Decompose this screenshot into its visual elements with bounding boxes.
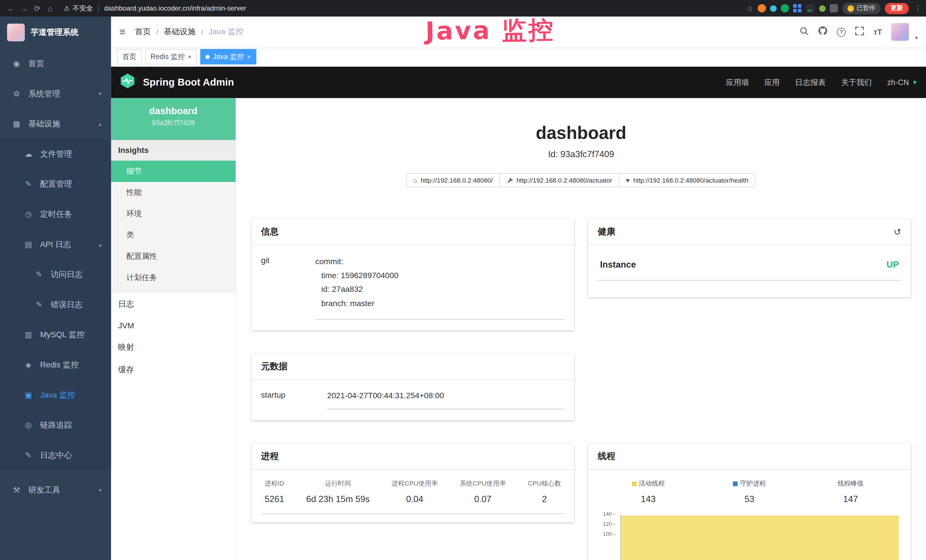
user-avatar[interactable] (891, 23, 909, 41)
process-table: 进程ID 5261 运行时间 6d 23h 15m 59s 进程CPU使用率 (261, 479, 564, 514)
sba-nav-journal[interactable]: 日志报表 (795, 77, 826, 88)
home-icon: ⌂ (413, 177, 417, 184)
hamburger-icon[interactable]: ≡ (119, 26, 126, 38)
sidebar-item-config-manage[interactable]: ✎ 配置管理 (0, 169, 111, 199)
gear-icon: ⚙ (12, 89, 21, 98)
sba-sidebar: dashboard 93a3fc7f7409 Insights 细节 性能 环境… (111, 98, 236, 560)
tab-java-monitor[interactable]: Java 监控 × (200, 49, 256, 65)
back-icon[interactable]: ← (5, 4, 18, 12)
app-logo[interactable]: 芋道管理系统 (0, 17, 111, 48)
breadcrumb-infra[interactable]: 基础设施 (164, 27, 196, 37)
wrench-icon (507, 177, 513, 183)
extension-icon[interactable] (770, 5, 776, 12)
health-instance-row[interactable]: Instance UP (598, 257, 901, 281)
browser-home-icon[interactable]: ⌂ (44, 4, 57, 12)
font-size-icon[interactable]: ᴛT (873, 27, 882, 36)
breadcrumb: 首页 / 基础设施 / Java 监控 (135, 27, 244, 37)
sba-brand[interactable]: Spring Boot Admin (119, 73, 234, 92)
paused-label: 已暂停 (857, 4, 875, 12)
reload-icon[interactable]: ⟳ (31, 4, 44, 12)
app-title: 芋道管理系统 (31, 27, 79, 38)
sba-item-details[interactable]: 细节 (111, 160, 236, 182)
sidebar-item-access-log[interactable]: ✎ 访问日志 (0, 259, 111, 289)
bookmark-star-icon[interactable]: ☆ (746, 4, 753, 12)
sba-nav-wallboard[interactable]: 应用墙 (726, 77, 749, 88)
sba-item-jvm[interactable]: JVM (111, 316, 236, 336)
instance-header[interactable]: dashboard 93a3fc7f7409 (111, 98, 236, 140)
heart-icon: ♥ (626, 177, 630, 184)
navbar-actions: ? ᴛT ▾ (800, 23, 918, 41)
sba-logo-icon (119, 73, 136, 92)
sidebar-item-file-manage[interactable]: ☁ 文件管理 (0, 139, 111, 169)
sidebar-item-scheduled-job[interactable]: ◷ 定时任务 (0, 199, 111, 229)
extension-icon[interactable] (781, 4, 789, 12)
chrome-update-button[interactable]: 更新 (885, 3, 909, 14)
sba-nav: 应用墙 应用 日志报表 关于我们 zh-CN ▼ (726, 77, 918, 88)
close-icon[interactable]: × (188, 53, 192, 60)
help-icon[interactable]: ? (837, 27, 846, 36)
breadcrumb-home[interactable]: 首页 (135, 27, 151, 37)
fullscreen-icon[interactable] (855, 26, 864, 37)
sidebar-item-home[interactable]: ◉ 首页 (0, 48, 111, 79)
github-icon[interactable] (818, 26, 827, 38)
service-url-link[interactable]: ⌂ http://192.168.0.2:48080/ (406, 173, 500, 188)
sidebar-item-api-log[interactable]: ▤ API 日志 ▴ (0, 229, 111, 259)
actuator-url-link[interactable]: http://192.168.0.2:48080/actuator (499, 173, 619, 188)
eye-icon: ◎ (24, 421, 33, 429)
legend-square-icon (733, 481, 738, 486)
sidebar-item-system[interactable]: ⚙ 系统管理 ▾ (0, 79, 111, 109)
sidebar-item-java-monitor[interactable]: ▣ Java 监控 (0, 380, 111, 410)
extensions-puzzle-icon[interactable] (829, 4, 838, 12)
security-warning-icon: ⚠ (64, 5, 70, 12)
process-col-system-cpu: 系统CPU使用率 0.07 (460, 479, 506, 504)
search-icon[interactable] (800, 26, 808, 37)
caret-down-icon[interactable]: ▾ (915, 35, 918, 41)
sba-nav-applications[interactable]: 应用 (764, 77, 780, 88)
chevron-down-icon: ▾ (99, 487, 101, 493)
sidebar-item-infra[interactable]: ▦ 基础设施 ▴ (0, 109, 111, 139)
extension-icon[interactable] (793, 4, 801, 12)
address-bar[interactable]: ⚠ 不安全 | dashboard.yudao.iocoder.cn/infra… (64, 4, 246, 12)
sba-item-environment[interactable]: 环境 (111, 203, 236, 224)
redis-icon: ◈ (24, 360, 33, 369)
sidebar-item-log-center[interactable]: ✎ 日志中心 (0, 440, 111, 471)
sba-brand-title: Spring Boot Admin (143, 76, 234, 88)
legend-peak-threads: 线程峰值 147 (800, 479, 901, 504)
edit-icon: ✎ (24, 180, 33, 189)
browser-menu-icon[interactable]: ⋮ (914, 4, 921, 12)
sba-item-metrics[interactable]: 性能 (111, 182, 236, 203)
sba-item-caches[interactable]: 缓存 (111, 359, 236, 381)
close-icon[interactable]: × (247, 53, 251, 60)
info-card-title: 信息 (251, 219, 574, 245)
error-log-icon: ✎ (34, 300, 44, 309)
sba-item-config-props[interactable]: 配置属性 (111, 246, 236, 267)
forward-icon[interactable]: → (18, 4, 31, 12)
sba-item-classes[interactable]: 类 (111, 224, 236, 246)
sidebar-item-mysql-monitor[interactable]: ▥ MySQL 监控 (0, 319, 111, 350)
tab-home[interactable]: 首页 (117, 49, 142, 65)
extension-icon[interactable] (758, 4, 766, 12)
sba-item-scheduled-tasks[interactable]: 计划任务 (111, 267, 236, 288)
annotation-java-monitor: Java 监控 (407, 14, 573, 48)
sba-nav-about[interactable]: 关于我们 (841, 77, 872, 88)
cloud-icon: ☁ (24, 150, 33, 158)
locale-select[interactable]: zh-CN ▼ (887, 78, 918, 87)
profile-paused-badge[interactable]: 已暂停 (842, 3, 881, 14)
sba-item-mappings[interactable]: 映射 (111, 336, 236, 359)
sidebar-item-redis-monitor[interactable]: ◈ Redis 监控 (0, 350, 111, 380)
y-tick: 140 (598, 511, 616, 517)
sidebar-item-dev-tools[interactable]: ⚒ 研发工具 ▾ (0, 475, 111, 505)
sba-item-logs[interactable]: 日志 (111, 293, 236, 316)
sidebar-item-error-log[interactable]: ✎ 错误日志 (0, 289, 111, 320)
browser-actions: ☆ on 已暂停 更新 ⋮ (746, 3, 921, 14)
extension-icon[interactable] (819, 5, 825, 12)
instance-id: 93a3fc7f7409 (111, 119, 236, 127)
info-card: 信息 git commit: time: 1596289704000 id: 2… (251, 219, 574, 330)
extension-on-badge[interactable]: on (805, 4, 815, 12)
tab-redis-monitor[interactable]: Redis 监控 × (145, 49, 197, 65)
sidebar-item-trace[interactable]: ◎ 链路追踪 (0, 410, 111, 440)
history-icon[interactable]: ↺ (894, 227, 901, 237)
metadata-row-startup: startup 2021-04-27T00:44:31.254+08:00 (261, 389, 564, 410)
metadata-card-title: 元数据 (251, 353, 574, 380)
health-url-link[interactable]: ♥ http://192.168.0.2:48080/actuator/heal… (619, 173, 756, 188)
